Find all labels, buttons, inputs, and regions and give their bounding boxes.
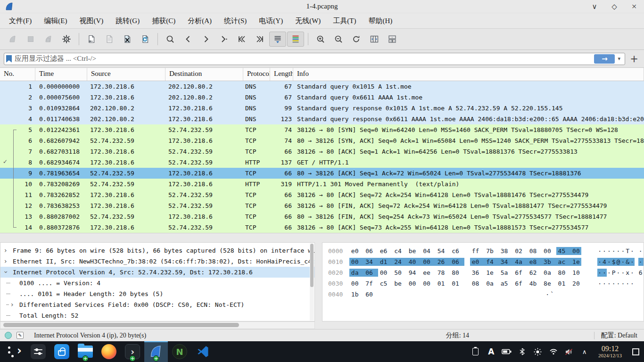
auto-scroll-icon[interactable]	[269, 32, 286, 47]
detail-line[interactable]: ›Internet Protocol Version 4, Src: 52.74…	[0, 267, 314, 278]
close-button[interactable]: ×	[624, 0, 644, 13]
zoom-reset-icon[interactable]	[348, 32, 365, 47]
menu-item-8[interactable]: 无线(W)	[289, 15, 327, 27]
menu-item-5[interactable]: 分析(A)	[182, 15, 218, 27]
menu-item-2[interactable]: 视图(V)	[74, 15, 110, 27]
minimize-button[interactable]: ∨	[585, 0, 604, 13]
colorize-icon[interactable]	[287, 32, 304, 47]
go-back-icon[interactable]	[180, 32, 197, 47]
apply-filter-button[interactable]: →	[594, 54, 615, 64]
taskbar-firefox[interactable]	[97, 341, 121, 362]
hex-row[interactable]: 0000e0 06 e6 c4 be 04 54 c6 ff 7b 38 02 …	[328, 246, 644, 256]
packet-row[interactable]: 80.682934674172.30.218.652.74.232.59HTTP…	[0, 157, 644, 168]
reload-file-icon[interactable]	[137, 32, 154, 47]
details-horizontal-scrollbar[interactable]	[0, 321, 315, 329]
brightness-icon[interactable]	[532, 346, 544, 358]
menu-item-9[interactable]: 工具(T)	[327, 15, 362, 27]
save-file-icon[interactable]	[101, 32, 118, 47]
detail-line[interactable]: ›Differentiated Services Field: 0x00 (DS…	[0, 299, 314, 310]
wifi-icon[interactable]	[548, 346, 559, 358]
expand-icon[interactable]: ›	[4, 245, 7, 256]
packet-row[interactable]: 30.010932864202.120.80.2172.30.218.6DNS9…	[0, 103, 644, 114]
menu-item-7[interactable]: 电话(Y)	[253, 15, 289, 27]
first-packet-icon[interactable]	[233, 32, 250, 47]
go-to-packet-icon[interactable]	[215, 32, 232, 47]
zoom-out-icon[interactable]	[330, 32, 347, 47]
hex-row[interactable]: 0020da 06 00 50 94 ee 78 80 36 1e 5a 6f …	[328, 267, 644, 278]
menu-item-3[interactable]: 跳转(G)	[109, 15, 146, 27]
bookmark-icon[interactable]	[6, 55, 12, 63]
filter-input[interactable]	[15, 55, 594, 63]
capture-comment-icon[interactable]: ✎	[17, 332, 24, 339]
packet-row[interactable]: 40.011740638202.120.80.2172.30.218.6DNS1…	[0, 114, 644, 124]
menu-item-0[interactable]: 文件(F)	[3, 15, 38, 27]
taskbar-clock[interactable]: 09:12 2024/12/13	[598, 345, 622, 358]
menu-item-6[interactable]: 统计(S)	[218, 15, 253, 27]
details-vertical-scrollbar[interactable]	[310, 243, 314, 321]
packet-row[interactable]: 100.78320826952.74.232.59172.30.218.6HTT…	[0, 179, 644, 189]
taskbar-vscode[interactable]	[191, 341, 215, 362]
column-header-destination[interactable]: Destination	[165, 68, 243, 81]
detail-line[interactable]: ›Ethernet II, Src: NewH3CTechno_7b:38:02…	[0, 256, 314, 267]
taskbar-app-store[interactable]	[50, 341, 74, 362]
taskbar-neovim[interactable]: N	[168, 341, 191, 362]
packet-row[interactable]: 130.88028700252.74.232.59172.30.218.6TCP…	[0, 211, 644, 222]
menu-item-10[interactable]: 帮助(H)	[362, 15, 398, 27]
detail-line[interactable]: Total Length: 52	[0, 310, 314, 321]
detail-line[interactable]: ›Frame 9: 66 bytes on wire (528 bits), 6…	[0, 245, 314, 256]
bluetooth-icon[interactable]	[517, 346, 528, 358]
column-header-time[interactable]: Time	[35, 68, 87, 81]
taskbar-control-center[interactable]	[26, 341, 50, 362]
packet-row[interactable]: 50.012242361172.30.218.652.74.232.59TCP7…	[0, 124, 644, 135]
column-header-no[interactable]: No.	[0, 68, 35, 81]
packet-row[interactable]: 10.000000000172.30.218.6202.120.80.2DNS6…	[0, 81, 644, 92]
pane-splitter[interactable]	[0, 233, 644, 242]
resize-columns-icon[interactable]	[366, 32, 383, 47]
input-method-icon[interactable]: A	[486, 346, 497, 358]
display-filter-field[interactable]: → ▾	[4, 53, 625, 65]
tray-expand-icon[interactable]: ∧	[579, 346, 590, 358]
column-header-length[interactable]: Length	[270, 68, 293, 81]
packet-row[interactable]: 60.68260794252.74.232.59172.30.218.6TCP7…	[0, 135, 644, 146]
start-capture-icon[interactable]	[4, 32, 21, 47]
collapse-icon[interactable]: ›	[0, 271, 11, 273]
packet-row[interactable]: 20.000075600172.30.218.6202.120.80.2DNS6…	[0, 92, 644, 103]
close-file-icon[interactable]	[119, 32, 136, 47]
maximize-button[interactable]: ◇	[604, 0, 624, 13]
find-packet-icon[interactable]	[162, 32, 179, 47]
expand-icon[interactable]: ›	[11, 299, 14, 310]
packet-row[interactable]: 90.78196365452.74.232.59172.30.218.6TCP6…	[0, 168, 644, 179]
hex-row[interactable]: 00401b 60 ·`	[328, 289, 644, 300]
detail-line[interactable]: .... 0101 = Header Length: 20 bytes (5)	[0, 288, 314, 299]
taskbar-wireshark[interactable]: +	[144, 341, 168, 362]
clipboard-icon[interactable]	[470, 346, 481, 358]
detail-line[interactable]: 0100 .... = Version: 4	[0, 278, 314, 288]
capture-options-icon[interactable]	[58, 32, 75, 47]
packet-row[interactable]: 70.682703118172.30.218.652.74.232.59TCP6…	[0, 146, 644, 157]
menu-item-1[interactable]: 编辑(E)	[38, 15, 73, 27]
column-header-protocol[interactable]: Protocol	[243, 68, 270, 81]
add-filter-button[interactable]: +	[628, 53, 640, 65]
packet-row[interactable]: 110.783262852172.30.218.652.74.232.59TCP…	[0, 189, 644, 200]
packet-row[interactable]: 140.880372876172.30.218.652.74.232.59TCP…	[0, 222, 644, 233]
menu-item-4[interactable]: 捕获(C)	[146, 15, 182, 27]
restart-capture-icon[interactable]	[40, 32, 57, 47]
filter-dropdown-caret[interactable]: ▾	[615, 56, 623, 62]
taskbar-launcher[interactable]: ›	[3, 341, 26, 362]
show-desktop-button[interactable]	[630, 346, 641, 358]
stop-capture-icon[interactable]	[22, 32, 39, 47]
taskbar-terminal[interactable]: › +	[121, 341, 144, 362]
hex-row[interactable]: 003000 7f c5 be 00 00 01 01 08 0a a5 6f …	[328, 278, 644, 289]
packet-row[interactable]: 120.783638253172.30.218.652.74.232.59TCP…	[0, 200, 644, 211]
column-header-info[interactable]: Info	[293, 68, 644, 81]
column-header-source[interactable]: Source	[87, 68, 165, 81]
taskbar-file-manager[interactable]: +	[74, 341, 97, 362]
expand-icon[interactable]: ›	[4, 256, 7, 267]
zoom-in-icon[interactable]	[312, 32, 329, 47]
layout-icon[interactable]: 123	[384, 32, 401, 47]
expert-info-icon[interactable]	[5, 332, 12, 339]
go-forward-icon[interactable]	[198, 32, 215, 47]
status-profile[interactable]: 配置: Default	[601, 331, 639, 340]
hex-row[interactable]: 001000 34 d1 24 40 00 26 06 e0 f4 34 4a …	[328, 256, 644, 267]
volume-muted-icon[interactable]	[563, 346, 575, 358]
